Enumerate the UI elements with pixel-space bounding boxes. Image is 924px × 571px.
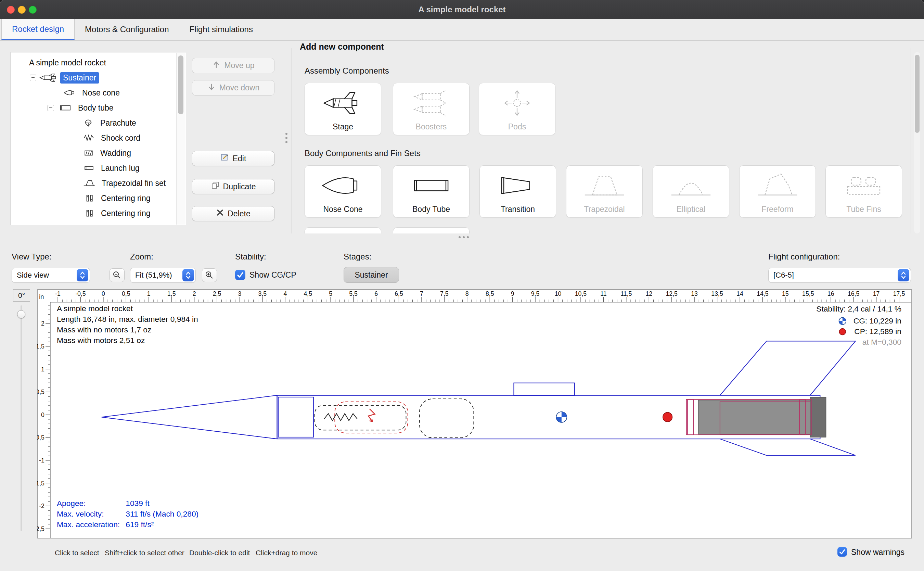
add-component-title: Add new component <box>296 42 387 52</box>
svg-text:3,5: 3,5 <box>259 290 267 297</box>
add-transition-button[interactable]: Transition <box>479 165 556 218</box>
chevron-updown-icon <box>898 269 909 281</box>
svg-text:0,5: 0,5 <box>122 290 130 297</box>
tree-item-launch-lug[interactable]: Launch lug <box>11 160 186 176</box>
tree-scrollbar-thumb[interactable] <box>178 56 183 114</box>
svg-text:9,5: 9,5 <box>531 290 540 297</box>
svg-text:3: 3 <box>238 290 242 297</box>
svg-text:8: 8 <box>465 290 469 297</box>
delete-button[interactable]: Delete <box>192 206 274 221</box>
add-freeform-fin-button[interactable]: Freeform <box>739 165 816 218</box>
svg-text:0: 0 <box>41 412 45 418</box>
svg-text:2: 2 <box>192 290 196 297</box>
centering-ring-icon <box>82 209 96 218</box>
tree-item-shock-cord[interactable]: Shock cord <box>11 130 186 145</box>
svg-text:-1: -1 <box>55 290 60 297</box>
zoom-select[interactable]: Fit (51,9%) <box>130 268 196 283</box>
cp-symbol <box>663 412 673 422</box>
svg-text:-2,5: -2,5 <box>37 525 45 532</box>
launch-lug-icon <box>82 164 96 173</box>
show-cg-cp-checkbox[interactable] <box>235 270 245 280</box>
stage-icon <box>305 87 381 119</box>
show-warnings-checkbox[interactable] <box>838 547 847 557</box>
tab-motors-configuration[interactable]: Motors & Configuration <box>75 19 179 40</box>
panel-scrollbar-thumb[interactable] <box>915 55 919 133</box>
add-nose-cone-button[interactable]: Nose Cone <box>305 165 381 218</box>
close-button[interactable] <box>7 6 15 14</box>
max-acceleration-value: 619 ft/s² <box>126 520 154 529</box>
motor[interactable] <box>698 397 826 437</box>
rotation-slider-thumb[interactable] <box>17 310 25 318</box>
rocket-canvas[interactable]: in -1-0,500,511,522,533,544,555,566,577,… <box>37 289 912 539</box>
move-down-button[interactable]: Move down <box>192 80 274 96</box>
add-stage-button[interactable]: Stage <box>305 83 381 135</box>
tree-item-parachute[interactable]: Parachute <box>11 115 186 130</box>
svg-text:6: 6 <box>374 290 378 297</box>
arrow-down-icon <box>207 82 216 93</box>
view-type-select[interactable]: Side view <box>12 268 90 283</box>
flight-configuration-label: Flight configuration: <box>768 252 840 262</box>
zoom-window-button[interactable] <box>29 6 37 14</box>
pods-icon <box>479 87 555 119</box>
collapse-toggle-icon[interactable] <box>48 105 54 111</box>
rotation-slider-track[interactable] <box>20 306 22 531</box>
svg-text:14,5: 14,5 <box>757 290 768 297</box>
svg-text:7: 7 <box>420 290 424 297</box>
stage-sustainer-toggle[interactable]: Sustainer <box>343 267 399 283</box>
add-pods-button[interactable]: Pods <box>479 83 556 135</box>
svg-text:15,5: 15,5 <box>802 290 814 297</box>
window-title: A simple model rocket <box>418 5 505 14</box>
stability-value: Stability: 2,4 cal / 14,1 % <box>816 304 901 313</box>
edit-button[interactable]: Edit <box>192 151 274 166</box>
add-boosters-button[interactable]: Boosters <box>393 83 470 135</box>
zoom-out-button[interactable] <box>109 269 125 282</box>
add-component-button-partial-1[interactable] <box>305 227 381 233</box>
add-trapezoidal-fin-button[interactable]: Trapezoidal <box>566 165 643 218</box>
add-elliptical-fin-button[interactable]: Elliptical <box>653 165 729 218</box>
svg-text:2,5: 2,5 <box>213 290 222 297</box>
rocket-icon <box>39 73 59 82</box>
cg-legend-icon <box>839 318 846 325</box>
boosters-icon <box>393 87 469 119</box>
tree-item-centering-ring-2[interactable]: Centering ring <box>11 206 186 221</box>
svg-text:A simple model rocket: A simple model rocket <box>57 304 133 313</box>
add-body-tube-button[interactable]: Body Tube <box>393 165 470 218</box>
svg-text:-0,5: -0,5 <box>75 290 86 297</box>
tree-item-nose-cone[interactable]: Nose cone <box>11 85 186 100</box>
cg-value: CG: 10,229 in <box>853 316 901 325</box>
collapse-toggle-icon[interactable] <box>30 75 36 81</box>
horizontal-splitter-grip[interactable] <box>459 236 469 238</box>
add-component-button-partial-2[interactable] <box>393 227 470 233</box>
toolbar-divider <box>324 252 324 285</box>
tree-item-sustainer[interactable]: Sustainer <box>11 70 186 85</box>
max-acceleration-label: Max. acceleration: <box>57 520 120 529</box>
svg-text:9: 9 <box>511 290 514 297</box>
tab-rocket-design[interactable]: Rocket design <box>2 19 75 40</box>
tree-item-wadding[interactable]: Wadding <box>11 145 186 160</box>
magnifier-plus-icon <box>205 270 214 280</box>
svg-text:10: 10 <box>555 290 562 297</box>
svg-text:11: 11 <box>600 290 607 297</box>
openrocket-window: A simple model rocket Rocket design Moto… <box>0 0 924 571</box>
tree-item-body-tube[interactable]: Body tube <box>11 100 186 115</box>
apogee-label: Apogee: <box>57 499 86 508</box>
tree-item-root[interactable]: A simple model rocket <box>11 55 186 70</box>
flight-configuration-select[interactable]: [C6-5] <box>768 268 911 283</box>
duplicate-button[interactable]: Duplicate <box>192 179 274 194</box>
tree-item-trapezoidal-fin-set[interactable]: Trapezoidal fin set <box>11 176 186 191</box>
add-tube-fins-button[interactable]: Tube Fins <box>825 165 902 218</box>
vertical-splitter-grip[interactable] <box>285 133 288 143</box>
minimize-button[interactable] <box>18 6 26 14</box>
tab-flight-simulations[interactable]: Flight simulations <box>179 19 263 40</box>
max-velocity-label: Max. velocity: <box>57 509 104 518</box>
nose-cone-icon <box>62 88 77 97</box>
tree-item-partial[interactable] <box>11 221 186 225</box>
move-up-button[interactable]: Move up <box>192 58 274 73</box>
svg-text:4,5: 4,5 <box>303 290 312 297</box>
tree-scrollbar[interactable] <box>176 53 185 225</box>
view-type-label: View Type: <box>12 252 52 262</box>
zoom-in-button[interactable] <box>202 269 217 282</box>
tree-item-centering-ring-1[interactable]: Centering ring <box>11 191 186 206</box>
edit-pencil-icon <box>220 153 229 164</box>
panel-scrollbar[interactable] <box>914 52 920 233</box>
